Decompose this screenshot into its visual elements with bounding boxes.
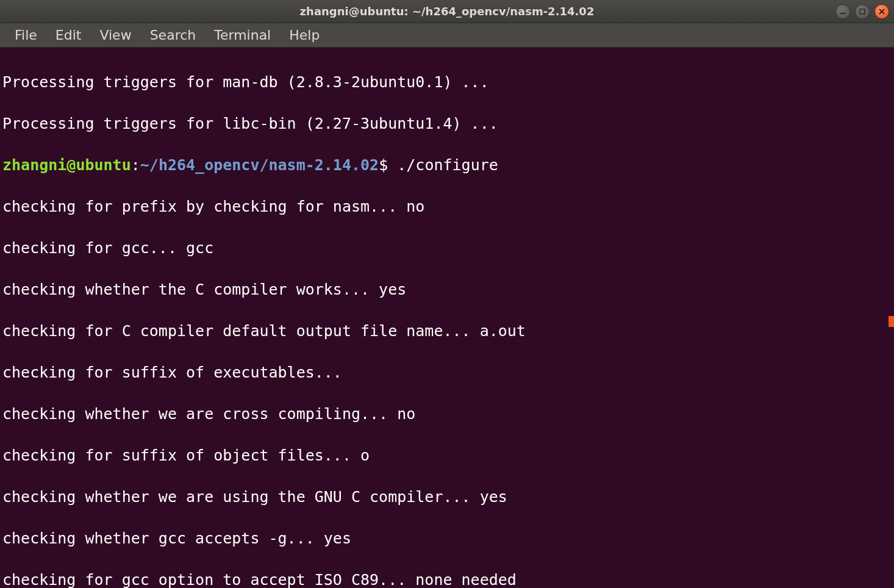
output-line: checking for suffix of executables... xyxy=(2,362,892,383)
close-icon xyxy=(878,8,885,15)
minimize-button[interactable] xyxy=(835,4,850,19)
prompt-colon: : xyxy=(131,156,140,174)
prompt-line: zhangni@ubuntu:~/h264_opencv/nasm-2.14.0… xyxy=(2,155,892,176)
menubar: File Edit View Search Terminal Help xyxy=(0,23,894,48)
window-titlebar: zhangni@ubuntu: ~/h264_opencv/nasm-2.14.… xyxy=(0,0,894,23)
scrollbar-thumb[interactable] xyxy=(889,316,894,327)
output-line: checking for suffix of object files... o xyxy=(2,445,892,466)
prompt-dollar: $ xyxy=(379,156,397,174)
output-line: checking for gcc option to accept ISO C8… xyxy=(2,570,892,588)
output-line: checking for prefix by checking for nasm… xyxy=(2,196,892,217)
svg-rect-0 xyxy=(840,13,845,14)
menu-terminal[interactable]: Terminal xyxy=(206,25,279,45)
menu-search[interactable]: Search xyxy=(141,25,205,45)
minimize-icon xyxy=(839,8,846,15)
output-line: checking for C compiler default output f… xyxy=(2,321,892,342)
svg-rect-1 xyxy=(860,9,865,14)
window-controls xyxy=(835,4,889,19)
output-line: checking whether the C compiler works...… xyxy=(2,279,892,300)
menu-view[interactable]: View xyxy=(91,25,140,45)
prompt-command: ./configure xyxy=(397,156,498,174)
maximize-button[interactable] xyxy=(855,4,870,19)
prompt-path: ~/h264_opencv/nasm-2.14.02 xyxy=(140,156,379,174)
output-line: Processing triggers for libc-bin (2.27-3… xyxy=(2,113,892,134)
menu-edit[interactable]: Edit xyxy=(47,25,90,45)
menu-help[interactable]: Help xyxy=(281,25,328,45)
menu-file[interactable]: File xyxy=(6,25,46,45)
output-line: checking whether we are cross compiling.… xyxy=(2,404,892,425)
output-line: checking whether gcc accepts -g... yes xyxy=(2,528,892,549)
terminal-output[interactable]: Processing triggers for man-db (2.8.3-2u… xyxy=(0,48,894,588)
output-line: Processing triggers for man-db (2.8.3-2u… xyxy=(2,72,892,93)
close-button[interactable] xyxy=(874,4,889,19)
output-line: checking whether we are using the GNU C … xyxy=(2,487,892,507)
maximize-icon xyxy=(859,8,866,15)
window-title: zhangni@ubuntu: ~/h264_opencv/nasm-2.14.… xyxy=(300,5,595,18)
prompt-userhost: zhangni@ubuntu xyxy=(2,156,131,174)
output-line: checking for gcc... gcc xyxy=(2,238,892,259)
